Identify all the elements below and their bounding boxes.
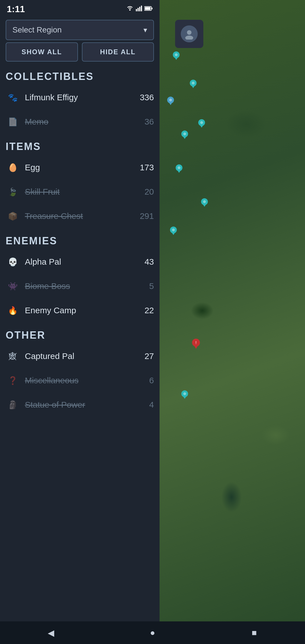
bottom-nav: ◀ ● ■ — [0, 621, 305, 644]
list-item-treasure-chest[interactable]: 📦Treasure Chest291 — [0, 204, 160, 228]
list-item-skill-fruit[interactable]: 🍃Skill Fruit20 — [0, 180, 160, 204]
back-button[interactable]: ◀ — [41, 623, 61, 643]
map-pin-red: ! — [192, 339, 200, 349]
svg-rect-39 — [141, 6, 142, 11]
treasure-chest-label: Treasure Chest — [25, 211, 140, 221]
miscellaneous-count: 6 — [140, 376, 154, 385]
map-background[interactable]: ! — [158, 0, 305, 621]
avatar-icon — [181, 25, 198, 42]
svg-marker-14 — [200, 125, 204, 128]
lifmunk-effigy-label: Lifmunk Effigy — [25, 93, 140, 102]
action-buttons: SHOW ALL HIDE ALL — [0, 42, 160, 64]
map-pin — [169, 226, 177, 236]
svg-rect-36 — [136, 9, 137, 11]
skill-fruit-icon: 🍃 — [6, 185, 20, 199]
map-pin — [201, 198, 208, 207]
back-icon: ◀ — [48, 628, 54, 638]
list-item-alpha-pal[interactable]: 💀Alpha Pal43 — [0, 250, 160, 274]
statue-of-power-label: Statue of Power — [25, 400, 140, 410]
skill-fruit-label: Skill Fruit — [25, 187, 140, 197]
alpha-pal-label: Alpha Pal — [25, 257, 140, 267]
list-item-enemy-camp[interactable]: 🔥Enemy Camp22 — [0, 298, 160, 323]
treasure-chest-icon: 📦 — [6, 209, 20, 223]
svg-rect-38 — [139, 7, 140, 11]
map-pin — [175, 164, 183, 173]
enemy-camp-label: Enemy Camp — [25, 306, 140, 315]
show-all-button[interactable]: SHOW ALL — [6, 42, 78, 62]
miscellaneous-icon: ❓ — [6, 373, 20, 388]
svg-marker-23 — [202, 204, 206, 207]
svg-marker-29 — [194, 345, 198, 349]
list-item-egg[interactable]: 🥚Egg173 — [0, 155, 160, 180]
enemy-camp-icon: 🔥 — [6, 303, 20, 317]
svg-rect-41 — [151, 8, 152, 9]
list-item-captured-pal[interactable]: 🕸Captured Pal27 — [0, 344, 160, 368]
chevron-down-icon: ▾ — [143, 26, 147, 34]
svg-point-25 — [172, 229, 175, 231]
section-header-collectibles: COLLECTIBLES — [0, 64, 160, 85]
captured-pal-count: 27 — [140, 351, 154, 361]
home-button[interactable]: ● — [143, 623, 162, 643]
list-item-lifmunk-effigy[interactable]: 🐾Lifmunk Effigy336 — [0, 85, 160, 110]
memo-count: 36 — [140, 117, 154, 127]
svg-point-13 — [200, 121, 203, 124]
status-icons — [126, 5, 153, 13]
egg-count: 173 — [140, 163, 154, 172]
battery-icon — [144, 5, 153, 13]
map-pin — [172, 51, 180, 60]
statue-of-power-count: 4 — [140, 400, 154, 410]
svg-point-4 — [175, 53, 178, 56]
enemy-camp-count: 22 — [140, 306, 154, 315]
map-pin — [167, 96, 175, 106]
list-item-memo[interactable]: 📄Memo36 — [0, 110, 160, 134]
signal-icon — [136, 5, 142, 13]
svg-point-22 — [203, 200, 206, 203]
skill-fruit-count: 20 — [140, 187, 154, 197]
svg-marker-8 — [191, 85, 195, 88]
alpha-pal-icon: 💀 — [6, 255, 20, 269]
svg-rect-42 — [145, 7, 151, 10]
section-header-enemies: ENEMIES — [0, 228, 160, 250]
svg-marker-5 — [174, 57, 178, 60]
region-dropdown[interactable]: Select Region ▾ — [6, 20, 154, 40]
svg-rect-37 — [138, 8, 139, 11]
captured-pal-icon: 🕸 — [6, 349, 20, 363]
recent-button[interactable]: ■ — [244, 623, 264, 643]
hide-all-button[interactable]: HIDE ALL — [82, 42, 154, 62]
status-bar: 1:11 — [0, 0, 160, 17]
biome-boss-label: Biome Boss — [25, 281, 140, 291]
alpha-pal-count: 43 — [140, 257, 154, 267]
svg-marker-26 — [171, 232, 175, 235]
svg-point-31 — [183, 392, 186, 395]
map-pin — [181, 390, 189, 399]
egg-label: Egg — [25, 163, 140, 172]
biome-boss-icon: 👾 — [6, 279, 20, 293]
recent-icon: ■ — [252, 628, 257, 638]
memo-icon: 📄 — [6, 115, 20, 129]
dropdown-label: Select Region — [12, 25, 62, 34]
svg-point-19 — [178, 166, 180, 169]
lifmunk-effigy-count: 336 — [140, 93, 154, 102]
map-pin — [189, 79, 197, 89]
egg-icon: 🥚 — [6, 160, 20, 175]
biome-boss-count: 5 — [140, 281, 154, 291]
svg-point-33 — [187, 30, 191, 35]
map-pin — [181, 130, 189, 140]
section-header-items: ITEMS — [0, 134, 160, 155]
home-icon: ● — [150, 628, 155, 638]
avatar-button[interactable] — [175, 20, 203, 48]
svg-point-34 — [185, 36, 193, 40]
list-item-statue-of-power[interactable]: 🗿Statue of Power4 — [0, 393, 160, 417]
svg-marker-17 — [183, 136, 187, 139]
wifi-icon — [126, 5, 134, 13]
svg-point-16 — [183, 132, 186, 135]
svg-marker-32 — [183, 396, 187, 399]
svg-point-10 — [169, 99, 172, 101]
list-item-miscellaneous[interactable]: ❓Miscellaneous6 — [0, 368, 160, 393]
list-item-biome-boss[interactable]: 👾Biome Boss5 — [0, 274, 160, 298]
svg-marker-11 — [169, 102, 173, 105]
section-header-other: OTHER — [0, 323, 160, 344]
memo-label: Memo — [25, 117, 140, 127]
svg-marker-20 — [177, 170, 181, 173]
miscellaneous-label: Miscellaneous — [25, 376, 140, 385]
